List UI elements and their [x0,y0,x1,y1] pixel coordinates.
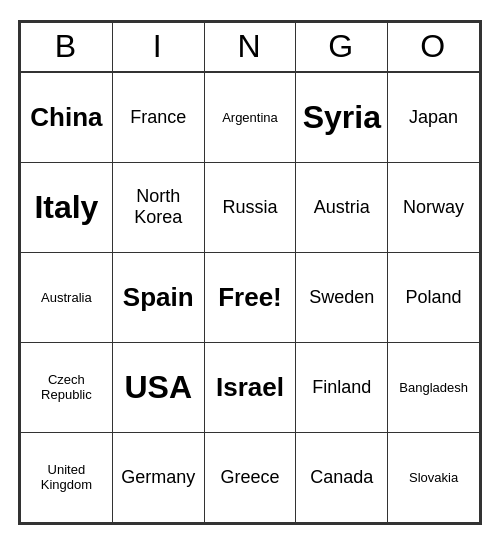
header-cell-b: B [21,22,113,72]
table-cell: Syria [296,72,388,162]
header-cell-o: O [388,22,480,72]
header-cell-n: N [204,22,296,72]
table-cell: Poland [388,252,480,342]
table-row: ChinaFranceArgentinaSyriaJapan [21,72,480,162]
table-cell: Argentina [204,72,296,162]
header-cell-g: G [296,22,388,72]
table-cell: Russia [204,162,296,252]
table-cell: USA [112,342,204,432]
table-cell: Japan [388,72,480,162]
table-cell: Bangladesh [388,342,480,432]
table-cell: Sweden [296,252,388,342]
header-cell-i: I [112,22,204,72]
table-cell: North Korea [112,162,204,252]
table-cell: Czech Republic [21,342,113,432]
table-cell: Germany [112,432,204,522]
table-cell: Spain [112,252,204,342]
table-cell: China [21,72,113,162]
bingo-table: BINGO ChinaFranceArgentinaSyriaJapanItal… [20,22,480,523]
table-cell: Slovakia [388,432,480,522]
header-row: BINGO [21,22,480,72]
bingo-card: BINGO ChinaFranceArgentinaSyriaJapanItal… [18,20,482,525]
table-cell: Finland [296,342,388,432]
table-row: United KingdomGermanyGreeceCanadaSlovaki… [21,432,480,522]
table-cell: Norway [388,162,480,252]
table-cell: Italy [21,162,113,252]
table-cell: Greece [204,432,296,522]
table-cell: Israel [204,342,296,432]
table-cell: Australia [21,252,113,342]
table-cell: Austria [296,162,388,252]
table-cell: Free! [204,252,296,342]
table-row: AustraliaSpainFree!SwedenPoland [21,252,480,342]
table-cell: Canada [296,432,388,522]
table-row: ItalyNorth KoreaRussiaAustriaNorway [21,162,480,252]
table-cell: France [112,72,204,162]
table-cell: United Kingdom [21,432,113,522]
table-row: Czech RepublicUSAIsraelFinlandBangladesh [21,342,480,432]
